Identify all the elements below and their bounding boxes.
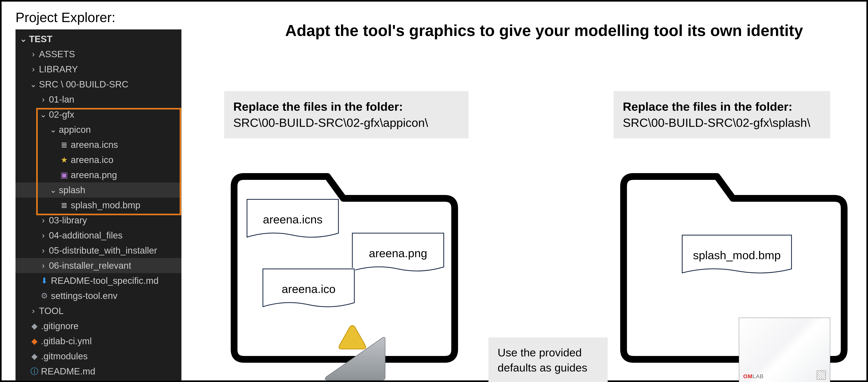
chevron-down-icon: ⌄: [49, 126, 57, 134]
tree-item-label: areena.ico: [69, 155, 114, 165]
tree-item-gitmodules[interactable]: ◆ .gitmodules: [16, 349, 181, 364]
file-card-png: areena.png: [351, 232, 445, 274]
hint-box: Use the provided defaults as guides: [489, 337, 608, 382]
tree-item-label: .gitmodules: [39, 352, 88, 361]
chevron-right-icon: ›: [29, 65, 37, 73]
file-card-splash-bmp: splash_mod.bmp: [681, 234, 793, 276]
tree-item-gitlab-ci[interactable]: ◆ .gitlab-ci.yml: [16, 333, 181, 349]
tree-item-label: settings-tool.env: [49, 291, 118, 300]
tree-item-splash-bmp[interactable]: ≣ splash_mod.bmp: [16, 198, 181, 213]
chevron-down-icon: ⌄: [49, 186, 57, 194]
tree-item-label: appicon: [57, 125, 91, 134]
instruction-path: SRC\00-BUILD-SRC\02-gfx\splash\: [623, 115, 821, 131]
tree-item-areena-icns[interactable]: ≣ areena.icns: [16, 137, 181, 152]
chevron-right-icon: ›: [39, 216, 47, 224]
instruction-heading: Replace the files in the folder:: [233, 98, 459, 115]
tree-item-label: LIBRARY: [37, 65, 78, 74]
instruction-box-splash: Replace the files in the folder: SRC\00-…: [614, 91, 830, 138]
tree-item-areena-ico[interactable]: ★ areena.ico: [16, 152, 181, 167]
tree-item-label: 06-installer_relevant: [47, 261, 131, 270]
tree-item-library[interactable]: › LIBRARY: [16, 62, 181, 77]
tree-item-tool[interactable]: › TOOL: [16, 303, 181, 318]
tree-item-01-lan[interactable]: › 01-lan: [16, 92, 181, 107]
triangle-grey-icon: [321, 335, 389, 381]
file-icon: ≣: [59, 141, 69, 149]
tree-item-label: TOOL: [37, 306, 64, 316]
file-label: areena.ico: [262, 282, 355, 296]
file-icon: ≣: [59, 201, 69, 209]
chevron-right-icon: ›: [39, 262, 47, 269]
download-icon: ⬇: [39, 277, 49, 285]
chevron-down-icon: ⌄: [20, 35, 27, 43]
file-card-ico: areena.ico: [262, 268, 355, 310]
tree-item-label: 02-gfx: [47, 110, 74, 119]
chevron-right-icon: ›: [29, 50, 37, 58]
tree-item-label: splash: [57, 185, 85, 195]
brand-square-icon: [817, 371, 826, 380]
tree-item-label: README-tool_specific.md: [49, 276, 159, 285]
tree-item-02-gfx[interactable]: ⌄ 02-gfx: [16, 107, 181, 122]
tree-item-label: TEST: [27, 34, 53, 43]
chevron-down-icon: ⌄: [39, 111, 47, 118]
tree-item-label: 03-library: [47, 216, 87, 225]
project-explorer: ⌄ TEST › ASSETS › LIBRARY ⌄ SRC \ 00-BUI…: [16, 29, 181, 381]
file-label: splash_mod.bmp: [681, 248, 793, 262]
chevron-right-icon: ›: [39, 95, 47, 104]
star-icon: ★: [59, 156, 69, 164]
tree-item-assets[interactable]: › ASSETS: [16, 47, 181, 62]
tree-item-label: 01-lan: [47, 95, 74, 104]
tree-item-label: areena.png: [69, 170, 117, 179]
tree-item-gitignore[interactable]: ◆ .gitignore: [16, 318, 181, 333]
tree-item-settings-env[interactable]: ⚙ settings-tool.env: [16, 288, 181, 303]
diamond-icon: ◆: [29, 352, 39, 360]
tree-item-label: splash_mod.bmp: [69, 201, 140, 210]
tree-item-05-distribute[interactable]: › 05-distribute_with_installer: [16, 243, 181, 258]
image-icon: ▣: [59, 171, 69, 179]
file-label: areena.png: [351, 246, 445, 260]
diamond-icon: ◆: [29, 322, 39, 330]
tree-item-label: 04-additional_files: [47, 231, 123, 240]
tree-item-label: README.md: [39, 367, 95, 376]
brand-om: OM: [743, 373, 752, 379]
tree-item-splash[interactable]: ⌄ splash: [16, 182, 181, 198]
file-card-icns: areena.icns: [246, 198, 339, 240]
page-title: Adapt the tool's graphics to give your m…: [256, 22, 832, 40]
tree-root[interactable]: ⌄ TEST: [16, 31, 181, 47]
tree-item-readme[interactable]: ⓘ README.md: [16, 364, 181, 379]
tree-item-appicon[interactable]: ⌄ appicon: [16, 122, 181, 137]
tree-item-label: .gitignore: [39, 321, 79, 330]
chevron-right-icon: ›: [39, 246, 47, 255]
brand-logo: OMLAB: [743, 373, 764, 380]
brand-lab: LAB: [752, 373, 764, 379]
tree-item-src[interactable]: ⌄ SRC \ 00-BUILD-SRC: [16, 77, 181, 92]
tree-item-label: SRC \ 00-BUILD-SRC: [37, 80, 128, 89]
hint-text: Use the provided defaults as guides: [498, 346, 587, 374]
tree-item-areena-png[interactable]: ▣ areena.png: [16, 167, 181, 182]
tree-item-label: 05-distribute_with_installer: [47, 246, 157, 255]
tree-item-04-additional[interactable]: › 04-additional_files: [16, 228, 181, 243]
explorer-label: Project Explorer:: [16, 9, 116, 25]
tree-item-06-installer[interactable]: › 06-installer_relevant: [16, 258, 181, 273]
file-label: areena.icns: [246, 213, 339, 226]
info-icon: ⓘ: [29, 367, 39, 375]
chevron-right-icon: ›: [39, 231, 47, 239]
splash-thumbnail: OMLAB: [739, 318, 830, 382]
tree-item-03-library[interactable]: › 03-library: [16, 213, 181, 228]
tree-item-label: .gitlab-ci.yml: [39, 336, 92, 346]
tree-item-readme-tool[interactable]: ⬇ README-tool_specific.md: [16, 273, 181, 288]
gear-icon: ⚙: [39, 292, 49, 300]
tree-item-label: ASSETS: [37, 50, 75, 59]
instruction-box-appicon: Replace the files in the folder: SRC\00-…: [224, 91, 469, 138]
chevron-right-icon: ›: [29, 307, 37, 315]
page: Project Explorer: ⌄ TEST › ASSETS › LIBR…: [0, 0, 868, 382]
chevron-down-icon: ⌄: [29, 80, 37, 88]
gitlab-icon: ◆: [29, 337, 39, 345]
instruction-path: SRC\00-BUILD-SRC\02-gfx\appicon\: [233, 115, 459, 131]
tree-item-label: areena.icns: [69, 140, 118, 149]
instruction-heading: Replace the files in the folder:: [623, 98, 821, 115]
